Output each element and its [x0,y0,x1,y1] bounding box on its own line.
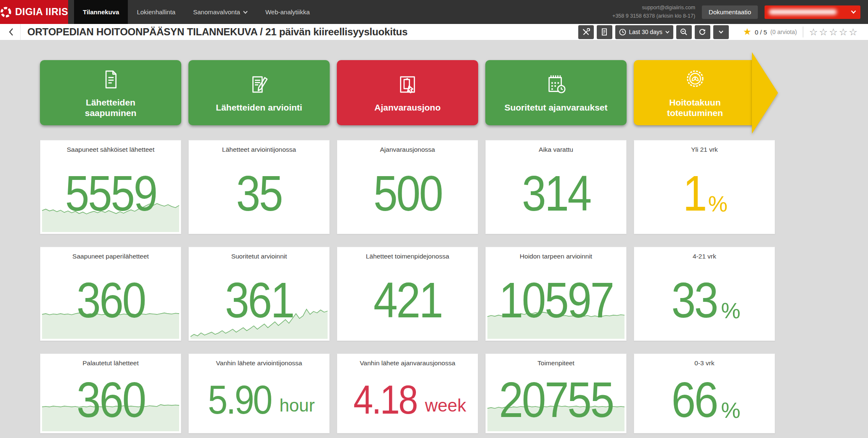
divider [803,26,803,37]
support-contact: support@digiaiiris.com +358 9 3158 6378 … [612,4,695,20]
kpi-card-aika-varattu[interactable]: Aika varattu 314 [485,140,627,234]
document-icon [601,28,608,36]
brand-logo[interactable]: DIGIA IIRIS [0,0,68,24]
kpi-card-ajanvarausjonossa[interactable]: Ajanvarausjonossa 500 [337,140,478,234]
nav-item-label: Web-analytiikka [265,8,310,16]
title-regular: HOITOONPÄÄSYN TILANNEKUVA / [94,26,265,37]
kpi-value: 33 [672,280,717,321]
process-button-suoritetut-ajanvaraukset[interactable]: Suoritetut ajanvaraukset [485,60,627,125]
chevron-down-icon [851,10,856,14]
navbar-right: support@digiaiiris.com +358 9 3158 6378 … [612,0,868,24]
chevron-down-icon [665,31,670,34]
rating-stars-input[interactable]: ☆☆☆☆☆ [809,27,859,37]
star-icon: ★ [743,27,752,37]
redacted-user-name [769,9,837,15]
kpi-valuebox: 10597 [486,260,626,340]
kpi-card-vanhin-lahete-ajanvarausjonossa[interactable]: Vanhin lähete ajanvarausjonossa 4.18week [337,354,478,433]
process-button-lahetteiden-arviointi[interactable]: Lähetteiden arviointi [188,60,330,125]
kpi-unit: week [425,398,466,413]
care-guarantee-icon [683,67,707,92]
kpi-card-lahetteet-arviointijonossa[interactable]: Lähetteet arviointijonossa 35 [188,140,330,234]
kpi-valuebox: 361 [189,260,329,340]
kpi-value: 360 [77,280,145,321]
process-button-hoitotakuun-toteutuminen[interactable]: Hoitotakuun toteutuminen [634,60,775,125]
kpi-value: 314 [522,173,590,214]
rating-count: (0 arviota) [770,29,797,35]
kpi-value: 35 [236,173,282,214]
kpi-card-0-3-vrk[interactable]: 0-3 vrk 66% [634,354,775,433]
zoom-out-button[interactable] [676,25,692,39]
nav-item-web-analytiikka[interactable]: Web-analytiikka [257,0,319,24]
title-bold: 21 päivän [265,26,311,37]
kpi-card-suoritetut-arvioinnit[interactable]: Suoritetut arvioinnit 361 [188,247,330,341]
kpi-card-toimenpiteet[interactable]: Toimenpiteet 20755 [485,354,627,433]
clock-icon [619,29,626,36]
kpi-unit: % [708,195,728,213]
kpi-title: Lähetteet arviointijonossa [189,140,329,153]
refresh-button[interactable] [695,25,710,39]
process-button-lahetteiden-saapuminen[interactable]: Lähetteiden saapuminen [40,60,181,125]
rating-widget: ★ 0 / 5 (0 arviota) ☆☆☆☆☆ [743,26,859,37]
kpi-value: 361 [225,280,294,321]
process-button-label: Ajanvarausjono [374,102,441,113]
kpi-value: 5.90 [208,383,271,417]
kpi-valuebox: 314 [486,153,626,234]
kpi-valuebox: 66% [634,367,775,433]
nav-item-sanomavalvonta[interactable]: Sanomavalvonta [184,0,257,24]
nav-item-label: Sanomavalvonta [193,8,240,16]
kpi-valuebox: 1% [634,153,775,234]
back-button[interactable] [5,26,17,38]
aperture-logo-icon [0,6,12,18]
kpi-unit: hour [279,398,315,413]
zoom-out-icon [680,28,688,36]
kpi-value: 1 [683,173,706,214]
kpi-card-vanhin-lahete-arviointijonossa[interactable]: Vanhin lähete arviointijonossa 5.90hour [188,354,330,433]
documentation-button[interactable]: Dokumentaatio [702,5,758,19]
process-button-label: Hoitotakuun toteutuminen [667,97,723,118]
title-bold: ORTOPEDIAN [27,26,94,37]
more-options-button[interactable] [713,25,729,39]
page-title: ORTOPEDIAN HOITOONPÄÄSYN TILANNEKUVA / 2… [27,26,408,38]
user-menu-button[interactable] [765,5,860,19]
divider [20,24,21,40]
kpi-valuebox: 5.90hour [189,367,329,433]
kpi-valuebox: 5559 [40,153,181,234]
tools-button[interactable] [578,25,594,39]
kpi-card-saapuneet-sahkoiset-lahetteet[interactable]: Saapuneet sähköiset lähetteet 5559 [40,140,181,234]
rating-value: 0 / 5 [755,29,767,36]
time-range-button[interactable]: Last 30 days [615,25,673,39]
kpi-valuebox: 421 [337,260,478,340]
kpi-value: 4.18 [353,383,416,417]
nav-item-label: Tilannekuva [83,8,119,16]
kpi-cards-grid: Saapuneet sähköiset lähetteet 5559 Lähet… [40,140,775,433]
nav-item-lokienhallinta[interactable]: Lokienhallinta [128,0,184,24]
document-edit-icon [247,72,271,97]
top-navbar: DIGIA IIRIS Tilannekuva Lokienhallinta S… [0,0,868,24]
nav-item-tilannekuva[interactable]: Tilannekuva [74,0,128,24]
title-regular: kiireellisyysluokitus [311,26,408,37]
kpi-title: Lähetteet toimenpidejonossa [337,247,478,260]
kpi-card-saapuneet-paperilahetteet[interactable]: Saapuneet paperilähetteet 360 [40,247,181,341]
document-icon [98,67,123,92]
chevron-down-icon [719,30,723,34]
nav-item-label: Lokienhallinta [137,8,175,16]
process-button-content: Hoitotakuun toteutuminen [634,60,756,125]
report-button[interactable] [597,25,612,39]
kpi-card-4-21-vrk[interactable]: 4-21 vrk 33% [634,247,775,341]
kpi-value: 360 [77,380,145,420]
kpi-card-lahetteet-toimenpidejonossa[interactable]: Lähetteet toimenpidejonossa 421 [337,247,478,341]
refresh-icon [699,28,706,36]
kpi-card-hoidon-tarpeen-arvioinnit[interactable]: Hoidon tarpeen arvioinnit 10597 [485,247,627,341]
kpi-title: 0-3 vrk [634,354,775,367]
brand-name: DIGIA IIRIS [15,6,68,18]
chevron-left-icon [9,28,13,36]
process-button-label: Lähetteiden saapuminen [85,97,137,118]
kpi-title: Hoidon tarpeen arvioinnit [486,247,626,260]
kpi-card-yli-21-vrk[interactable]: Yli 21 vrk 1% [634,140,775,234]
kpi-valuebox: 4.18week [337,367,478,433]
kpi-card-palautetut-lahetteet[interactable]: Palautetut lähetteet 360 [40,354,181,433]
process-button-ajanvarausjono[interactable]: Ajanvarausjono [337,60,478,125]
process-button-label: Lähetteiden arviointi [216,102,302,113]
process-button-content: Ajanvarausjono [337,60,478,125]
kpi-title: Vanhin lähete arviointijonossa [189,354,329,367]
